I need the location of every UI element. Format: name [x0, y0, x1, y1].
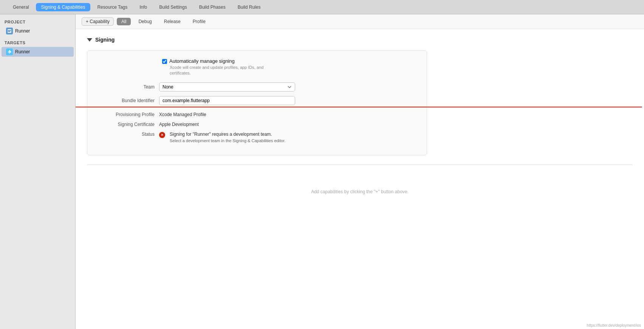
sidebar-project-runner-label: Runner	[15, 28, 30, 34]
status-sub-message: Select a development team in the Signing…	[170, 138, 285, 143]
filter-tab-debug[interactable]: Debug	[134, 18, 156, 25]
tab-general[interactable]: General	[8, 3, 34, 11]
provisioning-profile-row: Provisioning Profile Xcode Managed Profi…	[99, 112, 415, 117]
auto-manage-label[interactable]: Automatically manage signing	[169, 58, 235, 64]
bottom-hint: Add capabilities by clicking the "+" but…	[87, 174, 633, 210]
svg-rect-1	[8, 30, 11, 31]
status-row: Status Signing for "Runner" requires a d…	[99, 132, 415, 143]
status-label: Status	[99, 132, 159, 137]
tab-info[interactable]: Info	[134, 3, 152, 11]
status-main-message: Signing for "Runner" requires a developm…	[170, 132, 285, 137]
flutter-icon	[6, 48, 13, 55]
add-capability-button[interactable]: + Capability	[82, 17, 114, 26]
sidebar-target-runner-label: Runner	[15, 49, 30, 54]
auto-manage-row: Automatically manage signing Xcode will …	[99, 58, 415, 76]
bundle-identifier-row: Bundle Identifier	[99, 96, 415, 105]
sidebar-item-runner-target[interactable]: Runner	[2, 47, 74, 57]
svg-rect-0	[8, 29, 11, 33]
team-label: Team	[99, 84, 159, 90]
provisioning-profile-label: Provisioning Profile	[99, 112, 159, 117]
status-messages: Signing for "Runner" requires a developm…	[170, 132, 285, 143]
url-hint: https://flutter.dev/deployment/ios	[587, 323, 641, 327]
auto-manage-checkbox-group: Automatically manage signing Xcode will …	[162, 58, 283, 76]
auto-manage-sublabel: Xcode will create and update profiles, a…	[162, 65, 283, 76]
tab-resource-tags[interactable]: Resource Tags	[92, 3, 133, 11]
team-select[interactable]: None	[159, 82, 295, 92]
team-row: Team None	[99, 82, 415, 92]
project-icon	[6, 28, 13, 34]
signing-certificate-value: Apple Development	[159, 122, 199, 127]
sidebar-project-label: PROJECT	[0, 18, 75, 26]
filter-tab-profile[interactable]: Profile	[188, 18, 210, 25]
provisioning-profile-value: Xcode Managed Profile	[159, 112, 206, 117]
bundle-identifier-label: Bundle Identifier	[99, 98, 159, 103]
tab-signing-capabilities[interactable]: Signing & Capabilities	[36, 3, 91, 11]
signing-section-title: Signing	[95, 37, 115, 43]
sub-tabs-bar: + Capability All Debug Release Profile	[76, 14, 644, 29]
signing-certificate-label: Signing Certificate	[99, 122, 159, 127]
signing-form: Automatically manage signing Xcode will …	[87, 50, 427, 155]
bundle-identifier-input[interactable]	[159, 96, 295, 105]
filter-tab-all[interactable]: All	[117, 18, 131, 25]
signing-section-header: Signing	[87, 37, 633, 43]
team-select-wrapper: None	[159, 82, 295, 92]
top-tab-bar: General Signing & Capabilities Resource …	[0, 0, 644, 14]
signing-section: Signing Automatically manage signing Xco…	[76, 29, 644, 217]
filter-tab-release[interactable]: Release	[159, 18, 185, 25]
sidebar-targets-label: TARGETS	[0, 39, 75, 47]
collapse-triangle-icon[interactable]	[87, 38, 92, 42]
app-window: General Signing & Capabilities Resource …	[0, 0, 644, 329]
tab-build-rules[interactable]: Build Rules	[232, 3, 266, 11]
content-pane: + Capability All Debug Release Profile S…	[76, 14, 644, 329]
svg-rect-2	[8, 31, 10, 32]
main-area: PROJECT Runner TARGETS Runner + Capabili…	[0, 14, 644, 329]
signing-certificate-row: Signing Certificate Apple Development	[99, 122, 415, 127]
status-error-icon	[159, 132, 165, 138]
status-content: Signing for "Runner" requires a developm…	[159, 132, 285, 143]
auto-manage-checkbox[interactable]	[162, 59, 167, 64]
sidebar: PROJECT Runner TARGETS Runner	[0, 14, 76, 329]
tab-build-phases[interactable]: Build Phases	[194, 3, 231, 11]
sidebar-item-project-runner[interactable]: Runner	[2, 26, 74, 36]
section-divider	[87, 164, 633, 165]
tab-build-settings[interactable]: Build Settings	[154, 3, 192, 11]
